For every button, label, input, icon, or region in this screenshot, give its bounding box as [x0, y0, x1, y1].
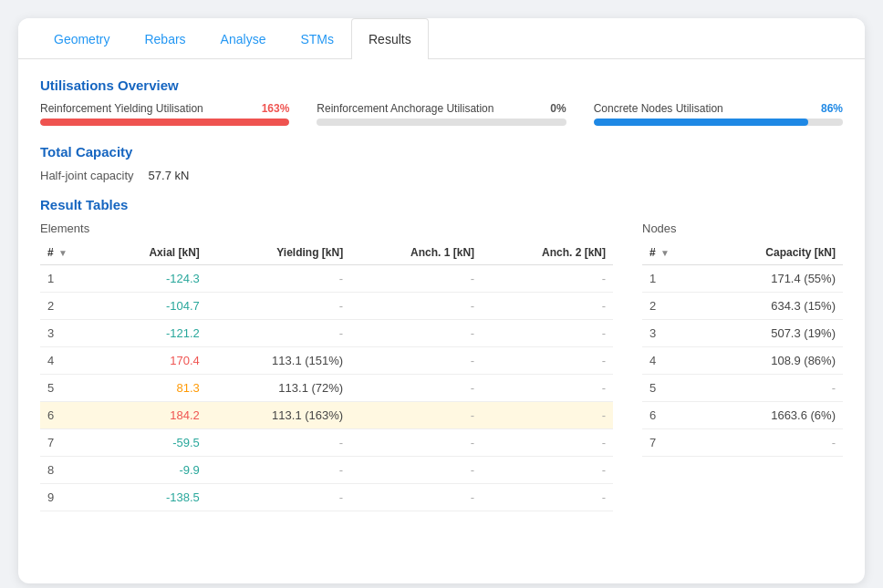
elements-label: Elements: [40, 222, 613, 235]
nodes-table-group: Nodes # ▼ Capacity [kN] 1171.4 (55%)2634…: [642, 222, 843, 511]
cell-capacity: 1663.6 (6%): [701, 402, 843, 429]
cell-id: 3: [40, 320, 98, 347]
cell-anch1: -: [350, 429, 482, 457]
cell-anch2: -: [482, 320, 613, 347]
cell-anch2: -: [482, 457, 613, 484]
table-row[interactable]: 9-138.5---: [40, 484, 613, 511]
table-row[interactable]: 2-104.7---: [40, 293, 613, 320]
cell-id: 7: [40, 429, 98, 457]
cell-id: 2: [40, 293, 98, 320]
cell-capacity: 634.3 (15%): [701, 293, 843, 320]
cell-yielding: -: [207, 265, 350, 293]
util-nodes-bar-bg: [594, 119, 843, 126]
cell-axial: -138.5: [98, 484, 206, 511]
cell-axial: -104.7: [98, 293, 206, 320]
util-nodes: Concrete Nodes Utilisation 86%: [594, 102, 843, 126]
table-row[interactable]: 61663.6 (6%): [642, 402, 843, 429]
cell-yielding: 113.1 (163%): [207, 402, 350, 429]
col-axial: Axial [kN]: [98, 241, 206, 265]
cell-capacity: 507.3 (19%): [701, 320, 843, 347]
tab-results[interactable]: Results: [351, 18, 429, 59]
cell-yielding: -: [207, 484, 350, 511]
cell-axial: -121.2: [98, 320, 206, 347]
cell-node-id: 4: [642, 347, 701, 375]
table-row[interactable]: 4170.4113.1 (151%)--: [40, 347, 613, 375]
table-row[interactable]: 3-121.2---: [40, 320, 613, 347]
cell-axial: -124.3: [98, 265, 206, 293]
utilisation-row: Reinforcement Yielding Utilisation 163% …: [40, 102, 843, 126]
cell-anch2: -: [482, 293, 613, 320]
cell-yielding: 113.1 (72%): [207, 375, 350, 402]
cell-yielding: -: [207, 293, 350, 320]
tables-container: Elements # ▼ Axial [kN] Yielding [kN] An…: [40, 222, 843, 511]
cell-node-id: 6: [642, 402, 701, 429]
cell-node-id: 3: [642, 320, 701, 347]
table-row[interactable]: 8-9.9---: [40, 457, 613, 484]
util-anchorage-value: 0%: [550, 102, 566, 115]
cell-anch2: -: [482, 402, 613, 429]
table-row[interactable]: 2634.3 (15%): [642, 293, 843, 320]
sort-icon-nodes: ▼: [660, 248, 670, 258]
col-node-id[interactable]: # ▼: [642, 241, 701, 265]
cell-yielding: -: [207, 320, 350, 347]
table-row[interactable]: 581.3113.1 (72%)--: [40, 375, 613, 402]
cell-axial: -59.5: [98, 429, 206, 457]
cell-id: 4: [40, 347, 98, 375]
col-capacity: Capacity [kN]: [701, 241, 843, 265]
tab-stms[interactable]: STMs: [283, 18, 351, 59]
table-row[interactable]: 6184.2113.1 (163%)--: [40, 402, 613, 429]
util-nodes-value: 86%: [821, 102, 843, 115]
cell-node-id: 7: [642, 429, 701, 457]
cell-node-id: 5: [642, 375, 701, 402]
util-yielding-value: 163%: [262, 102, 290, 115]
col-id[interactable]: # ▼: [40, 241, 98, 265]
cell-axial: 184.2: [98, 402, 206, 429]
table-row[interactable]: 1171.4 (55%): [642, 265, 843, 293]
nodes-table: # ▼ Capacity [kN] 1171.4 (55%)2634.3 (15…: [642, 241, 843, 457]
table-row[interactable]: 1-124.3---: [40, 265, 613, 293]
tabs-bar: Geometry Rebars Analyse STMs Results: [18, 18, 865, 59]
table-row[interactable]: 7-59.5---: [40, 429, 613, 457]
util-yielding-bar-fill: [40, 119, 289, 126]
util-nodes-bar-fill: [594, 119, 808, 126]
cell-yielding: 113.1 (151%): [207, 347, 350, 375]
col-yielding: Yielding [kN]: [207, 241, 350, 265]
table-row[interactable]: 4108.9 (86%): [642, 347, 843, 375]
cell-anch2: -: [482, 375, 613, 402]
result-tables-title: Result Tables: [40, 197, 843, 212]
cell-id: 1: [40, 265, 98, 293]
cell-anch1: -: [350, 265, 482, 293]
cell-id: 9: [40, 484, 98, 511]
main-card: Geometry Rebars Analyse STMs Results Uti…: [18, 18, 865, 583]
table-row[interactable]: 5-: [642, 375, 843, 402]
tab-rebars[interactable]: Rebars: [127, 18, 203, 59]
util-nodes-label: Concrete Nodes Utilisation: [594, 102, 723, 115]
cell-axial: 81.3: [98, 375, 206, 402]
table-row[interactable]: 7-: [642, 429, 843, 457]
cell-anch1: -: [350, 375, 482, 402]
util-yielding-bar-bg: [40, 119, 289, 126]
cell-capacity: -: [701, 375, 843, 402]
cell-anch1: -: [350, 402, 482, 429]
util-yielding-label: Reinforcement Yielding Utilisation: [40, 102, 203, 115]
cell-node-id: 2: [642, 293, 701, 320]
cell-anch1: -: [350, 320, 482, 347]
total-capacity-title: Total Capacity: [40, 144, 843, 160]
util-anchorage-label: Reinforcement Anchorage Utilisation: [317, 102, 493, 115]
elements-table: # ▼ Axial [kN] Yielding [kN] Anch. 1 [kN…: [40, 241, 613, 511]
cell-capacity: 108.9 (86%): [701, 347, 843, 375]
tab-analyse[interactable]: Analyse: [203, 18, 284, 59]
main-content: Utilisations Overview Reinforcement Yiel…: [18, 59, 865, 530]
elements-table-group: Elements # ▼ Axial [kN] Yielding [kN] An…: [40, 222, 613, 511]
col-anch2: Anch. 2 [kN]: [482, 241, 613, 265]
capacity-value: 57.7 kN: [149, 169, 190, 182]
utilisations-title: Utilisations Overview: [40, 77, 843, 93]
tab-geometry[interactable]: Geometry: [36, 18, 127, 59]
cell-axial: 170.4: [98, 347, 206, 375]
sort-icon: ▼: [58, 248, 68, 258]
cell-anch2: -: [482, 484, 613, 511]
util-anchorage: Reinforcement Anchorage Utilisation 0%: [317, 102, 566, 126]
cell-anch1: -: [350, 457, 482, 484]
table-row[interactable]: 3507.3 (19%): [642, 320, 843, 347]
cell-yielding: -: [207, 457, 350, 484]
